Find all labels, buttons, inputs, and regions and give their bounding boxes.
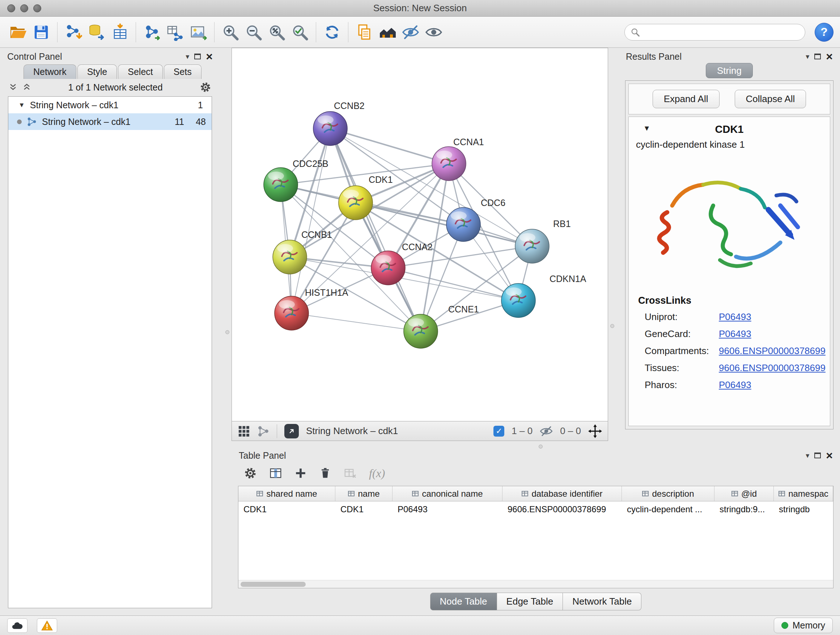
network-edge-HIST1H1A-CCNE1[interactable] xyxy=(292,313,421,331)
network-view-share-icon[interactable] xyxy=(257,425,270,437)
table-tab-edge-table[interactable]: Edge Table xyxy=(497,593,563,610)
import-table-file-button[interactable] xyxy=(108,20,131,44)
network-graph[interactable]: CCNB2CCNA1CDC25BCDK1CDC6RB1CCNB1CCNA2CDK… xyxy=(232,48,608,420)
gene-card-header[interactable]: ▼ CDK1 xyxy=(629,117,830,139)
zoom-in-button[interactable] xyxy=(219,20,242,44)
control-tab-network[interactable]: Network xyxy=(24,65,76,79)
insert-column-icon[interactable] xyxy=(269,467,282,480)
network-row-selected[interactable]: String Network – cdk1 11 48 xyxy=(8,113,212,130)
crosslink-value-link[interactable]: P06493 xyxy=(719,328,830,340)
delete-column-trash-icon[interactable] xyxy=(319,467,332,479)
table-cell[interactable]: CDK1 xyxy=(238,501,335,517)
home-networks-button[interactable] xyxy=(376,20,399,44)
column-sort-icon[interactable] xyxy=(731,490,738,497)
collection-expander-icon[interactable]: ▼ xyxy=(19,101,25,109)
hide-graphics-details-button[interactable] xyxy=(399,20,422,44)
control-tab-select[interactable]: Select xyxy=(118,65,163,79)
table-horizontal-scrollbar[interactable] xyxy=(238,580,833,588)
zoom-out-button[interactable] xyxy=(242,20,265,44)
new-network-button[interactable] xyxy=(141,20,164,44)
table-cell[interactable]: P06493 xyxy=(393,501,502,517)
import-network-file-button[interactable] xyxy=(62,20,85,44)
panel-close-icon[interactable]: × xyxy=(206,52,213,61)
column-sort-icon[interactable] xyxy=(412,490,419,497)
warnings-button[interactable] xyxy=(37,618,57,633)
zoom-window-button[interactable] xyxy=(33,4,41,12)
splitter-handle-bottom[interactable] xyxy=(538,445,543,448)
table-cell[interactable]: CDK1 xyxy=(335,501,393,517)
open-in-new-window-button[interactable] xyxy=(284,424,299,439)
network-edge-CCNB2-CCNE1[interactable] xyxy=(330,128,421,331)
gene-card-expander-icon[interactable]: ▼ xyxy=(643,124,651,133)
network-options-gear-icon[interactable] xyxy=(200,81,211,93)
clone-network-button[interactable] xyxy=(353,20,376,44)
column-header-description[interactable]: description xyxy=(622,486,714,501)
column-sort-icon[interactable] xyxy=(778,490,785,497)
table-cell[interactable]: 9606.ENSP00000378699 xyxy=(502,501,622,517)
column-header-namespac[interactable]: namespac xyxy=(774,486,833,501)
collapse-all-icon[interactable] xyxy=(9,83,17,92)
network-edge-CCNA2-CDKN1A[interactable] xyxy=(388,268,518,301)
crosslink-value-link[interactable]: 9606.ENSP00000378699 xyxy=(719,363,830,374)
expand-all-icon[interactable] xyxy=(22,83,31,92)
network-from-table-button[interactable] xyxy=(164,20,187,44)
pan-crosshair-icon[interactable] xyxy=(588,424,602,438)
column-sort-icon[interactable] xyxy=(347,490,355,497)
crosslink-value-link[interactable]: P06493 xyxy=(719,379,830,391)
network-canvas[interactable]: CCNB2CCNA1CDC25BCDK1CDC6RB1CCNB1CCNA2CDK… xyxy=(232,48,608,421)
network-edge-CCNB2-CCNA1[interactable] xyxy=(330,128,449,164)
crosslink-value-link[interactable]: 9606.ENSP00000378699 xyxy=(719,345,830,356)
memory-button[interactable]: Memory xyxy=(774,618,833,633)
network-edge-CDK1-RB1[interactable] xyxy=(355,203,532,246)
tab-string[interactable]: String xyxy=(706,63,753,78)
panel-menu-chevron-icon[interactable]: ▾ xyxy=(806,52,809,61)
panel-close-icon[interactable]: × xyxy=(826,52,833,61)
expand-all-button[interactable]: Expand All xyxy=(653,90,720,108)
network-edge-CCNB2-HIST1H1A[interactable] xyxy=(292,128,330,313)
show-graphics-details-button[interactable] xyxy=(422,20,445,44)
cloud-status-button[interactable] xyxy=(7,618,27,633)
column-header-shared-name[interactable]: shared name xyxy=(238,486,335,501)
control-tab-style[interactable]: Style xyxy=(77,65,117,79)
panel-float-icon[interactable] xyxy=(814,453,821,458)
add-row-plus-icon[interactable] xyxy=(294,467,307,479)
table-cell[interactable]: stringdb xyxy=(774,501,833,517)
selected-nodes-checkbox[interactable]: ✓ xyxy=(493,426,504,437)
table-cell[interactable]: cyclin-dependent ... xyxy=(622,501,714,517)
function-builder-button[interactable]: f(x) xyxy=(369,467,385,480)
crosslink-value-link[interactable]: P06493 xyxy=(719,311,830,323)
column-sort-icon[interactable] xyxy=(521,490,529,497)
control-tab-sets[interactable]: Sets xyxy=(164,65,202,79)
splitter-handle-right[interactable] xyxy=(610,324,614,328)
hidden-elements-icon[interactable] xyxy=(540,424,553,438)
column-header--id[interactable]: @id xyxy=(714,486,774,501)
export-image-button[interactable] xyxy=(187,20,210,44)
search-input[interactable] xyxy=(644,27,799,37)
panel-menu-chevron-icon[interactable]: ▾ xyxy=(806,451,809,460)
save-session-button[interactable] xyxy=(30,20,53,44)
network-collection-row[interactable]: ▼ String Network – cdk1 1 xyxy=(8,97,212,113)
panel-float-icon[interactable] xyxy=(814,54,821,59)
import-network-database-button[interactable] xyxy=(85,20,108,44)
apply-layout-button[interactable] xyxy=(321,20,344,44)
help-button[interactable]: ? xyxy=(815,23,834,42)
table-tab-network-table[interactable]: Network Table xyxy=(563,593,641,610)
toolbar-search[interactable] xyxy=(624,24,805,41)
close-window-button[interactable] xyxy=(7,4,15,12)
open-session-button[interactable] xyxy=(6,20,30,44)
scrollbar-thumb[interactable] xyxy=(240,582,306,587)
zoom-selected-button[interactable] xyxy=(288,20,311,44)
zoom-fit-button[interactable] xyxy=(265,20,288,44)
column-header-canonical-name[interactable]: canonical name xyxy=(393,486,502,501)
table-row[interactable]: CDK1CDK1P064939606.ENSP00000378699cyclin… xyxy=(238,501,833,517)
panel-float-icon[interactable] xyxy=(194,54,201,59)
panel-close-icon[interactable]: × xyxy=(826,451,833,460)
minimize-window-button[interactable] xyxy=(20,4,28,12)
table-options-gear-icon[interactable] xyxy=(244,467,257,480)
table-tab-node-table[interactable]: Node Table xyxy=(430,593,497,610)
column-sort-icon[interactable] xyxy=(642,490,649,497)
table-cell[interactable]: stringdb:9... xyxy=(714,501,774,517)
grid-view-icon[interactable] xyxy=(238,425,250,437)
column-header-database-identifier[interactable]: database identifier xyxy=(502,486,622,501)
column-sort-icon[interactable] xyxy=(256,490,264,497)
